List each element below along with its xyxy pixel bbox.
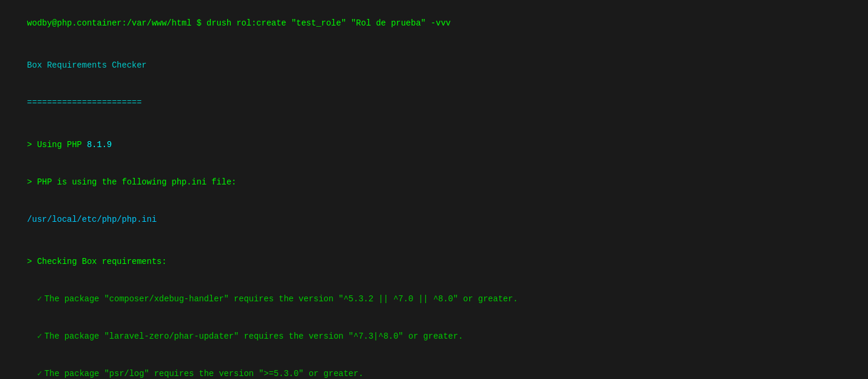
checkmark-icon: ✓ [37,369,42,378]
req-item-2: ✓The package "psr/log" requires the vers… [7,355,861,379]
requirements-list: ✓The package "composer/xdebug-handler" r… [7,281,861,379]
php-ini-line1: > PHP is using the following php.ini fil… [7,164,861,201]
checkmark-icon: ✓ [37,294,42,304]
box-checker-underline: ======================= [7,84,861,122]
php-version-line: > Using PHP 8.1.9 [7,126,861,164]
prompt-line: wodby@php.container:/var/www/html $ drus… [7,5,861,42]
prompt-text: wodby@php.container:/var/www/html $ drus… [27,18,451,28]
php-ini-path: /usr/local/etc/php/php.ini [7,201,861,238]
req-item-1: ✓The package "laravel-zero/phar-updater"… [7,318,861,355]
req-item-0: ✓The package "composer/xdebug-handler" r… [7,281,861,318]
box-checker-title: Box Requirements Checker [7,47,861,84]
terminal-container: wodby@php.container:/var/www/html $ drus… [7,5,861,379]
checkmark-icon: ✓ [37,332,42,341]
checking-line: > Checking Box requirements: [7,243,861,281]
